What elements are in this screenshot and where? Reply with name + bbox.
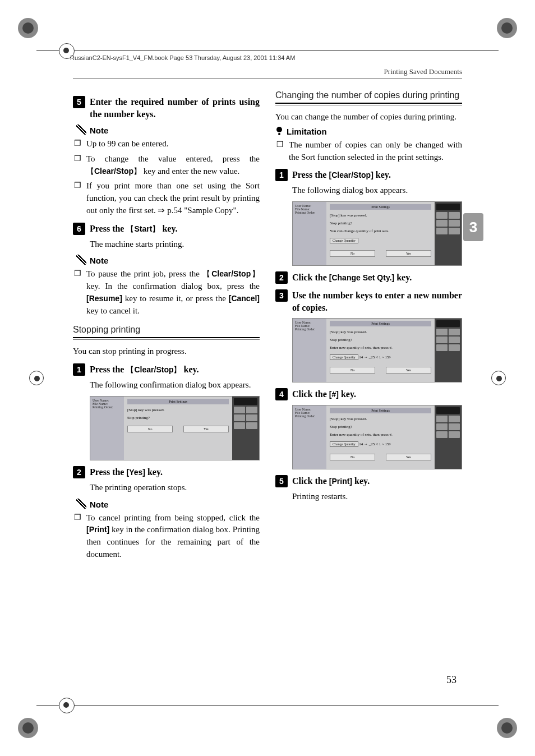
print-key: Print — [86, 525, 109, 534]
crop-mark-icon — [17, 17, 39, 39]
step-number-icon: 1 — [73, 363, 85, 376]
stop-step-2-body: The printing operation stops. — [90, 482, 260, 494]
changing-copies-intro: You can change the number of copies duri… — [275, 111, 462, 123]
chg-step-5: 5 Click the Print key. — [275, 475, 462, 487]
crop-mark-icon — [496, 17, 518, 39]
page-number: 53 — [446, 674, 456, 686]
note-heading: Note — [76, 125, 260, 135]
screenshot-main: Print Settings [Stop] key was pressed. S… — [326, 202, 435, 265]
right-column: Changing the number of copies during pri… — [275, 90, 462, 564]
screenshot-counter — [435, 405, 462, 469]
dialog-screenshot: User Name: File Name: Printing Order: Pr… — [292, 318, 462, 382]
note-item: Up to 99 can be entered. — [86, 138, 260, 150]
chg-step-3: 3 Use the number keys to enter a new num… — [275, 289, 462, 314]
dialog-screenshot: User Name: File Name: Printing Order: Pr… — [90, 396, 260, 460]
screenshot-sidebar: User Name: File Name: Printing Order: — [293, 405, 326, 469]
note-list: To cancel printing from being stopped, c… — [73, 512, 260, 561]
chg-step-3-text: Use the number keys to enter a new numbe… — [292, 289, 462, 314]
screenshot-sidebar: User Name: File Name: Printing Order: — [293, 202, 326, 265]
hash-key: # — [329, 390, 339, 399]
screenshot-main: Print Settings [Stop] key was pressed. S… — [124, 397, 232, 460]
cancel-key: Cancel — [229, 294, 260, 303]
limitation-list: The number of copies can only be changed… — [275, 139, 462, 164]
yes-key: Yes — [126, 468, 145, 477]
svg-point-1 — [22, 22, 34, 34]
clear-stop-key: Clear/Stop — [202, 269, 260, 278]
crop-target-icon — [29, 371, 44, 385]
note-item: If you print more than one set using the… — [86, 180, 260, 216]
step-6-text: Press the Start key. — [90, 223, 178, 235]
start-key: Start — [126, 224, 160, 233]
screenshot-main: Print Settings [Stop] key was pressed. S… — [326, 319, 435, 382]
step-number-icon: 4 — [275, 388, 288, 400]
step-number-icon: 1 — [275, 169, 288, 181]
stop-step-2-text: Press the Yes key. — [90, 466, 163, 478]
crop-line — [36, 50, 499, 51]
step-6: 6 Press the Start key. — [73, 223, 260, 235]
chg-step-4-text: Click the # key. — [292, 388, 356, 400]
dialog-screenshot: User Name: File Name: Printing Order: Pr… — [292, 201, 462, 266]
print-key: Print — [329, 477, 352, 486]
note-item: To cancel printing from being stopped, c… — [86, 512, 260, 561]
limitation-item: The number of copies can only be changed… — [289, 139, 462, 164]
clear-stop-key: Clear/Stop — [86, 167, 141, 176]
crop-mark-icon — [496, 717, 518, 739]
chg-step-2-text: Click the Change Set Qty. key. — [292, 271, 412, 284]
clear-stop-key: Clear/Stop — [329, 170, 373, 179]
chg-step-1-body: The following dialog box appears. — [292, 185, 462, 197]
chg-step-1-text: Press the Clear/Stop key. — [292, 169, 391, 181]
note-list: Up to 99 can be entered. To change the v… — [73, 138, 260, 217]
svg-point-3 — [501, 22, 513, 34]
note-heading: Note — [76, 255, 260, 265]
dialog-screenshot: User Name: File Name: Printing Order: Pr… — [292, 405, 462, 469]
stop-step-1-body: The following confirmation dialog box ap… — [90, 379, 260, 391]
step-number-icon: 6 — [73, 223, 85, 235]
note-item: To change the value entered, press the C… — [86, 153, 260, 178]
chapter-tab: 3 — [463, 213, 483, 241]
screenshot-sidebar: User Name: File Name: Printing Order: — [90, 397, 124, 460]
stopping-intro: You can stop printing in progress. — [73, 345, 260, 358]
stop-step-2: 2 Press the Yes key. — [73, 466, 260, 478]
svg-point-7 — [501, 722, 513, 734]
chg-step-1: 1 Press the Clear/Stop key. — [275, 169, 462, 181]
step-number-icon: 2 — [73, 466, 85, 478]
page-content: Printing Saved Documents 5 Enter the req… — [73, 67, 462, 689]
note-heading: Note — [76, 499, 260, 509]
chg-step-5-body: Printing restarts. — [292, 491, 462, 503]
note-item: To pause the print job, press the Clear/… — [86, 268, 260, 317]
note-list: To pause the print job, press the Clear/… — [73, 268, 260, 317]
changing-copies-heading: Changing the number of copies during pri… — [275, 90, 462, 100]
step-5: 5 Enter the required number of prints us… — [73, 96, 260, 120]
step-number-icon: 5 — [275, 475, 288, 487]
stop-step-1: 1 Press the Clear/Stop key. — [73, 363, 260, 376]
chg-step-2: 2 Click the Change Set Qty. key. — [275, 271, 462, 284]
heading-rule — [73, 337, 260, 340]
screenshot-main: Print Settings [Stop] key was pressed. S… — [326, 405, 435, 469]
book-header: RussianC2-EN-sysF1_V4_FM.book Page 53 Th… — [70, 54, 295, 61]
stop-step-1-text: Press the Clear/Stop key. — [90, 363, 199, 376]
step-number-icon: 3 — [275, 289, 288, 302]
chg-step-4: 4 Click the # key. — [275, 388, 462, 400]
step-number-icon: 2 — [275, 271, 288, 284]
stopping-printing-heading: Stopping printing — [73, 325, 260, 335]
crop-line — [36, 705, 499, 706]
screenshot-counter — [435, 319, 462, 382]
section-header: Printing Saved Documents — [73, 67, 462, 79]
step-6-body: The machine starts printing. — [90, 238, 260, 251]
crop-target-icon — [491, 371, 506, 385]
clear-stop-key: Clear/Stop — [126, 365, 181, 374]
screenshot-counter — [435, 202, 462, 265]
resume-key: Resume — [86, 294, 122, 303]
left-column: 5 Enter the required number of prints us… — [73, 90, 260, 564]
step-number-icon: 5 — [73, 96, 85, 108]
change-set-qty-key: Change Set Qty. — [329, 273, 394, 282]
limitation-heading: Limitation — [276, 127, 462, 136]
chg-step-5-text: Click the Print key. — [292, 475, 370, 487]
heading-rule — [275, 103, 462, 105]
svg-point-5 — [22, 722, 34, 734]
screenshot-counter — [232, 397, 259, 460]
screenshot-sidebar: User Name: File Name: Printing Order: — [293, 319, 326, 382]
step-5-text: Enter the required number of prints usin… — [90, 96, 260, 120]
crop-mark-icon — [17, 717, 39, 739]
